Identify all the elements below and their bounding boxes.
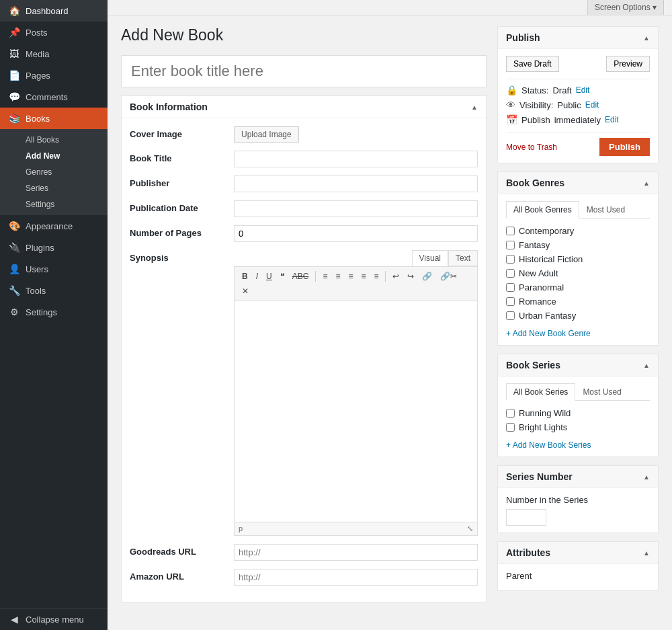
genre-item-new-adult: New Adult xyxy=(506,266,650,280)
genre-item-fantasy: Fantasy xyxy=(506,238,650,252)
publish-info: 🔒 Status: Draft Edit 👁 Visibility: Publi… xyxy=(506,85,650,125)
editor-resize[interactable]: ⤡ xyxy=(467,524,473,533)
series-checkbox-running-wild[interactable] xyxy=(506,409,515,418)
genre-checkbox-historical[interactable] xyxy=(506,255,515,264)
pub-date-input[interactable] xyxy=(234,200,478,217)
genre-checkbox-contemporary[interactable] xyxy=(506,227,515,235)
tab-visual[interactable]: Visual xyxy=(412,250,448,266)
genre-checkbox-new-adult[interactable] xyxy=(506,269,515,278)
save-draft-button[interactable]: Save Draft xyxy=(506,56,559,72)
genre-checkbox-urban-fantasy[interactable] xyxy=(506,311,515,320)
toolbar-link[interactable]: 🔗 xyxy=(419,270,435,283)
series-tab-all[interactable]: All Book Series xyxy=(506,383,575,401)
book-title-field-input[interactable] xyxy=(234,151,478,167)
move-trash-link[interactable]: Move to Trash xyxy=(506,143,557,152)
toolbar-ul[interactable]: ≡ xyxy=(319,270,331,283)
collapse-menu[interactable]: ◀ Collapse menu xyxy=(0,608,108,630)
toolbar-strikethrough[interactable]: ABC xyxy=(289,270,312,283)
sidebar-item-media[interactable]: 🖼 Media xyxy=(0,43,108,65)
sidebar-item-pages[interactable]: 📄 Pages xyxy=(0,65,108,86)
genres-list: Contemporary Fantasy Historical Fiction xyxy=(506,224,650,323)
toolbar-unlink[interactable]: 🔗✂ xyxy=(437,270,460,283)
publisher-input[interactable] xyxy=(234,175,478,192)
visibility-edit-link[interactable]: Edit xyxy=(585,100,599,110)
attributes-header[interactable]: Attributes ▲ xyxy=(498,542,658,564)
sidebar-item-tools[interactable]: 🔧 Tools xyxy=(0,280,108,301)
genres-tab-used[interactable]: Most Used xyxy=(579,201,632,218)
toolbar-align-center[interactable]: ≡ xyxy=(358,270,369,283)
comments-icon: 💬 xyxy=(8,91,20,102)
visibility-icon: 👁 xyxy=(506,100,515,110)
series-number-input[interactable] xyxy=(506,509,546,526)
screen-options-button[interactable]: Screen Options ▾ xyxy=(587,0,664,15)
genre-label-fantasy: Fantasy xyxy=(519,240,550,250)
publish-label: Publish xyxy=(521,115,550,125)
publish-metabox-header[interactable]: Publish ▲ xyxy=(498,27,658,49)
book-title-input[interactable] xyxy=(121,55,487,87)
synopsis-field: Visual Text B I U ❝ ABC ≡ xyxy=(234,250,478,536)
publish-edit-link[interactable]: Edit xyxy=(605,115,619,124)
amazon-input[interactable] xyxy=(234,569,478,586)
genres-tab-all[interactable]: All Book Genres xyxy=(506,201,579,219)
sidebar-item-add-new[interactable]: Add New xyxy=(0,148,108,164)
sidebar-item-settings-sub[interactable]: Settings xyxy=(0,196,108,212)
toolbar-align-right[interactable]: ≡ xyxy=(370,270,382,283)
book-genres-header[interactable]: Book Genres ▲ xyxy=(498,172,658,194)
series-number-chevron: ▲ xyxy=(643,473,650,481)
book-series-header[interactable]: Book Series ▲ xyxy=(498,354,658,377)
toolbar-fullscreen[interactable]: ✕ xyxy=(239,284,252,298)
toolbar-redo[interactable]: ↪ xyxy=(404,270,417,283)
tab-text[interactable]: Text xyxy=(448,250,478,266)
toolbar-undo[interactable]: ↩ xyxy=(389,270,403,283)
sidebar-item-settings[interactable]: ⚙ Settings xyxy=(0,301,108,323)
series-tab-used[interactable]: Most Used xyxy=(575,383,628,400)
sidebar-item-series[interactable]: Series xyxy=(0,180,108,196)
sidebar-item-books[interactable]: 📚 Books xyxy=(0,108,108,129)
series-number-metabox: Series Number ▲ Number in the Series xyxy=(497,465,659,533)
amazon-label: Amazon URL xyxy=(130,569,234,582)
toolbar-underline[interactable]: U xyxy=(263,270,276,283)
pub-date-row: Publication Date xyxy=(130,200,478,217)
sidebar-item-plugins[interactable]: 🔌 Plugins xyxy=(0,237,108,258)
series-checkbox-bright-lights[interactable] xyxy=(506,423,515,432)
attributes-chevron: ▲ xyxy=(643,549,650,557)
editor-content-area[interactable] xyxy=(234,301,478,522)
sidebar-item-genres[interactable]: Genres xyxy=(0,164,108,180)
cover-image-field: Upload Image xyxy=(234,126,478,143)
publish-button[interactable]: Publish xyxy=(599,138,650,156)
toolbar-blockquote[interactable]: ❝ xyxy=(277,270,288,283)
add-new-series-link[interactable]: + Add New Book Series xyxy=(506,440,591,450)
sidebar-item-users[interactable]: 👤 Users xyxy=(0,258,108,280)
toolbar-align-left[interactable]: ≡ xyxy=(345,270,356,283)
book-series-title: Book Series xyxy=(506,360,560,370)
sidebar-item-appearance[interactable]: 🎨 Appearance xyxy=(0,215,108,237)
num-pages-input[interactable] xyxy=(234,225,478,242)
editor-toolbar: B I U ❝ ABC ≡ ≡ ≡ ≡ ≡ xyxy=(234,266,478,301)
goodreads-input[interactable] xyxy=(234,544,478,561)
sidebar-item-posts[interactable]: 📌 Posts xyxy=(0,22,108,43)
genre-checkbox-romance[interactable] xyxy=(506,297,515,306)
preview-button[interactable]: Preview xyxy=(606,56,650,72)
toolbar-bold[interactable]: B xyxy=(239,270,251,283)
status-edit-link[interactable]: Edit xyxy=(576,85,590,95)
book-info-title: Book Information xyxy=(130,102,208,112)
attributes-metabox: Attributes ▲ Parent xyxy=(497,541,659,591)
toolbar-italic[interactable]: I xyxy=(253,270,261,283)
upload-image-button[interactable]: Upload Image xyxy=(234,126,299,143)
topbar: Screen Options ▾ xyxy=(108,0,672,15)
plugins-icon: 🔌 xyxy=(8,242,20,253)
genre-label-contemporary: Contemporary xyxy=(519,226,574,236)
toolbar-ol[interactable]: ≡ xyxy=(332,270,343,283)
add-new-genre-link[interactable]: + Add New Book Genre xyxy=(506,329,591,338)
genre-checkbox-fantasy[interactable] xyxy=(506,241,515,249)
sidebar-item-comments[interactable]: 💬 Comments xyxy=(0,86,108,108)
genre-checkbox-paranormal[interactable] xyxy=(506,283,515,292)
book-info-header[interactable]: Book Information ▲ xyxy=(122,96,486,118)
dashboard-icon: 🏠 xyxy=(8,5,20,16)
publisher-label: Publisher xyxy=(130,175,234,188)
sidebar-item-dashboard[interactable]: 🏠 Dashboard xyxy=(0,0,108,22)
content-area: Add New Book Book Information ▲ Cover Im… xyxy=(108,15,672,630)
series-number-header[interactable]: Series Number ▲ xyxy=(498,466,658,488)
sidebar-item-all-books[interactable]: All Books xyxy=(0,132,108,148)
publish-footer: Move to Trash Publish xyxy=(506,132,650,156)
